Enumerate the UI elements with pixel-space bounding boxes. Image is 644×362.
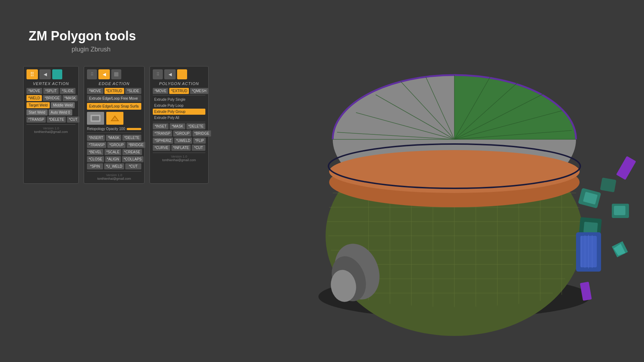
- edge-uweld-btn[interactable]: *U_WELD: [104, 163, 124, 169]
- vertex-panel: ⠿ ◀ VERTEX ACTION *MOVE *SPLIT *SLIDE *W…: [23, 66, 79, 184]
- edge-bottom-row2: *TRANSP *GROUP *BRIDGE: [87, 142, 141, 148]
- edge-version: Version 1.0: [87, 173, 141, 177]
- edge-bottom-row5: *SPIN *U_WELD *CUT: [87, 163, 141, 169]
- vertex-icon-square[interactable]: [52, 69, 62, 79]
- edge-bridge-btn[interactable]: *BRIDGE: [127, 142, 145, 148]
- edge-extrud-btn[interactable]: *EXTRUD: [104, 88, 124, 94]
- start-weld-btn[interactable]: Start Weld: [26, 109, 48, 115]
- polygon-bottom-row1: *INSET *MASK *DELETE: [153, 123, 205, 129]
- edge-bottom-row3: *BEVEL *SCALE *CREASE: [87, 149, 141, 155]
- panels-container: ⠿ ◀ VERTEX ACTION *MOVE *SPLIT *SLIDE *W…: [23, 66, 209, 184]
- edge-section-title: EDGE ACTION: [87, 81, 141, 86]
- polygon-divider: [153, 153, 205, 153]
- polygon-panel: ⠿ ◀ POLYGON ACTION *MOVE *EXTRUD *QMESH …: [150, 66, 209, 184]
- vertex-section-title: VERTEX ACTION: [26, 81, 75, 86]
- svg-point-25: [329, 150, 580, 193]
- edge-icon-dots[interactable]: ⠿: [87, 69, 97, 79]
- auto-weld-btn[interactable]: Auto Weld 0: [49, 109, 72, 115]
- polygon-bottom-row4: *CURVE *INFLATE *CUT: [153, 145, 205, 151]
- polygon-header-icons: ⠿ ◀: [153, 69, 205, 79]
- edge-scale-btn[interactable]: *SCALE: [104, 149, 121, 155]
- middle-weld-btn[interactable]: Middle Weld: [51, 102, 75, 108]
- polygon-qmesh-btn[interactable]: *QMESH: [190, 88, 208, 94]
- poly-group-item[interactable]: Extrude Poly Group: [153, 109, 205, 115]
- edge-icon-square[interactable]: [111, 69, 121, 79]
- edge-shape-gray[interactable]: [87, 112, 104, 125]
- edge-shape-orange[interactable]: [106, 112, 123, 125]
- vertex-email: tonthienhai@gmail.com: [26, 130, 75, 134]
- vertex-row1: *MOVE *SPLIT *SLIDE: [26, 88, 75, 94]
- edge-divider1: [87, 133, 141, 133]
- vertex-delete-btn[interactable]: *DELETE: [47, 116, 66, 123]
- vertex-row3: *TRANSP *DELETE *CUT: [26, 116, 75, 123]
- edge-shape-icons: [87, 112, 141, 125]
- vertex-cut-btn[interactable]: *CUT: [67, 116, 79, 123]
- edge-header-icons: ⠿ ◀: [87, 69, 141, 79]
- polygon-uweld-btn[interactable]: *UWELD: [174, 138, 192, 144]
- poly-single-item[interactable]: Extrude Poly Single: [153, 96, 205, 103]
- svg-rect-54: [616, 156, 636, 180]
- polygon-icon-square[interactable]: [177, 69, 187, 79]
- edge-icon-arrow[interactable]: ◀: [98, 69, 110, 79]
- vertex-weld-btn[interactable]: *WELD: [26, 95, 42, 101]
- edge-spin-btn[interactable]: *SPIN: [87, 163, 103, 169]
- svg-rect-1: [92, 116, 99, 120]
- target-weld-btn[interactable]: Target Weld: [26, 102, 50, 108]
- vertex-transp-btn[interactable]: *TRANSP: [26, 116, 46, 123]
- edge-slide-btn[interactable]: *SLIDE: [125, 88, 142, 94]
- edge-close-btn[interactable]: *CLOSE: [87, 156, 104, 162]
- polygon-delete-btn[interactable]: *DELETE: [186, 123, 205, 129]
- edge-move-btn[interactable]: *MOVE: [87, 88, 103, 94]
- model-svg: [268, 29, 644, 339]
- edge-crease-btn[interactable]: *CREASE: [122, 149, 142, 155]
- polygon-bottom-row3: *SPHERIZ *UWELD *FLIP: [153, 138, 205, 144]
- vertex-slide-btn[interactable]: *SLIDE: [60, 88, 75, 94]
- edge-extrude-free[interactable]: Extrude Edge/Loop Free Move: [87, 95, 141, 102]
- edge-cut-btn[interactable]: *CUT: [125, 163, 141, 169]
- vertex-icon-dots[interactable]: ⠿: [26, 69, 38, 79]
- polygon-inflate-btn[interactable]: *INFLATE: [171, 145, 191, 151]
- polygon-spheriz-btn[interactable]: *SPHERIZ: [153, 138, 173, 144]
- polygon-inset-btn[interactable]: *INSET: [153, 123, 169, 129]
- polygon-bridge-btn[interactable]: *BRIDGE: [192, 130, 211, 137]
- vertex-move-btn[interactable]: *MOVE: [26, 88, 42, 94]
- polygon-mask-btn[interactable]: *MASK: [170, 123, 185, 129]
- polygon-extrud-btn[interactable]: *EXTRUD: [169, 88, 189, 94]
- edge-divider2: [87, 171, 141, 172]
- model-area: [268, 29, 644, 339]
- edge-align-btn[interactable]: *ALIGN: [105, 156, 121, 162]
- svg-rect-47: [584, 222, 598, 233]
- poly-all-item[interactable]: Extrude Poly All: [153, 115, 205, 121]
- polygon-icon-dots[interactable]: ⠿: [153, 69, 163, 79]
- polygon-move-btn[interactable]: *MOVE: [153, 88, 168, 94]
- edge-transp-btn[interactable]: *TRANSP: [87, 142, 106, 148]
- edge-extrude-snap[interactable]: Extrude Edge/Loop Snap Surfa: [87, 103, 141, 110]
- edge-bevel-btn[interactable]: *BEVEL: [87, 149, 103, 155]
- polygon-curve-btn[interactable]: *CURVE: [153, 145, 170, 151]
- vertex-bridge-btn[interactable]: *BRIDGE: [43, 95, 62, 101]
- polygon-transp-btn[interactable]: *TRANSP: [153, 130, 172, 137]
- polygon-group-btn[interactable]: *GROUP: [173, 130, 191, 137]
- edge-opacity-bar[interactable]: [127, 128, 141, 130]
- polygon-cut-btn[interactable]: *CUT: [192, 145, 205, 151]
- edge-insert-btn[interactable]: *INSERT: [87, 135, 105, 141]
- edge-collaps-btn[interactable]: *COLLAPS: [122, 156, 143, 162]
- vertex-mask-btn[interactable]: *MASK: [63, 95, 78, 101]
- poly-loop-item[interactable]: Extrude Poly Loop: [153, 103, 205, 109]
- polygon-flip-btn[interactable]: *FLIP: [193, 138, 206, 144]
- edge-panel: ⠿ ◀ EDGE ACTION *MOVE *EXTRUD *SLIDE Ext…: [84, 66, 145, 184]
- polygon-bottom-row2: *TRANSP *GROUP *BRIDGE: [153, 130, 205, 137]
- edge-row1: *MOVE *EXTRUD *SLIDE: [87, 88, 141, 94]
- polygon-version: Version 1.0: [153, 155, 205, 158]
- title-area: ZM Polygon tools plugin Zbrush: [29, 29, 136, 53]
- vertex-split-btn[interactable]: *SPLIT: [43, 88, 59, 94]
- polygon-icon-arrow[interactable]: ◀: [164, 69, 176, 79]
- vertex-icon-arrow[interactable]: ◀: [39, 69, 51, 79]
- edge-email: tonthienhai@gmail.com: [87, 177, 141, 180]
- edge-group-btn[interactable]: *GROUP: [107, 142, 126, 148]
- polygon-list-divider-top: [153, 95, 205, 95]
- polygon-section-title: POLYGON ACTION: [153, 81, 205, 86]
- edge-delete-btn[interactable]: *DELETE: [122, 135, 141, 141]
- edge-opacity-row: Retopology Opacity 100: [87, 127, 141, 131]
- edge-mask-btn[interactable]: *MASK: [106, 135, 121, 141]
